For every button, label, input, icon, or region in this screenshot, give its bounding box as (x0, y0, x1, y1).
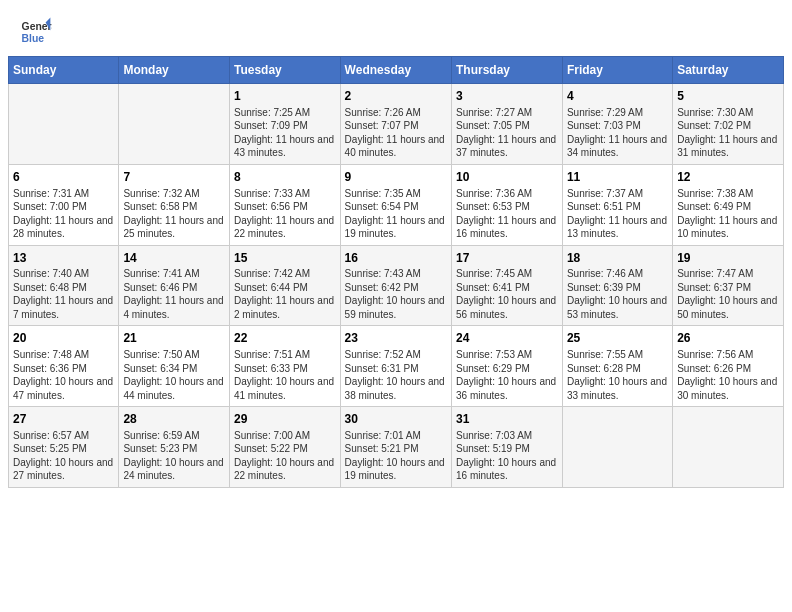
day-number: 1 (234, 88, 336, 105)
day-number: 21 (123, 330, 225, 347)
calendar-cell: 6Sunrise: 7:31 AM Sunset: 7:00 PM Daylig… (9, 164, 119, 245)
day-info: Sunrise: 7:48 AM Sunset: 6:36 PM Dayligh… (13, 348, 114, 402)
day-number: 9 (345, 169, 447, 186)
calendar-cell: 10Sunrise: 7:36 AM Sunset: 6:53 PM Dayli… (452, 164, 563, 245)
day-info: Sunrise: 7:33 AM Sunset: 6:56 PM Dayligh… (234, 187, 336, 241)
calendar-cell (673, 407, 784, 488)
day-number: 12 (677, 169, 779, 186)
day-number: 30 (345, 411, 447, 428)
day-info: Sunrise: 7:52 AM Sunset: 6:31 PM Dayligh… (345, 348, 447, 402)
day-number: 4 (567, 88, 668, 105)
day-number: 15 (234, 250, 336, 267)
day-number: 14 (123, 250, 225, 267)
calendar-cell: 18Sunrise: 7:46 AM Sunset: 6:39 PM Dayli… (562, 245, 672, 326)
day-number: 24 (456, 330, 558, 347)
calendar-cell: 28Sunrise: 6:59 AM Sunset: 5:23 PM Dayli… (119, 407, 230, 488)
day-number: 17 (456, 250, 558, 267)
day-number: 16 (345, 250, 447, 267)
day-info: Sunrise: 6:59 AM Sunset: 5:23 PM Dayligh… (123, 429, 225, 483)
calendar-cell: 15Sunrise: 7:42 AM Sunset: 6:44 PM Dayli… (229, 245, 340, 326)
day-number: 8 (234, 169, 336, 186)
calendar-cell: 27Sunrise: 6:57 AM Sunset: 5:25 PM Dayli… (9, 407, 119, 488)
day-info: Sunrise: 7:25 AM Sunset: 7:09 PM Dayligh… (234, 106, 336, 160)
day-info: Sunrise: 7:50 AM Sunset: 6:34 PM Dayligh… (123, 348, 225, 402)
day-number: 26 (677, 330, 779, 347)
calendar-cell: 16Sunrise: 7:43 AM Sunset: 6:42 PM Dayli… (340, 245, 451, 326)
day-number: 10 (456, 169, 558, 186)
day-info: Sunrise: 7:47 AM Sunset: 6:37 PM Dayligh… (677, 267, 779, 321)
calendar-cell: 12Sunrise: 7:38 AM Sunset: 6:49 PM Dayli… (673, 164, 784, 245)
calendar-header-saturday: Saturday (673, 57, 784, 84)
calendar-cell (119, 84, 230, 165)
calendar-cell: 17Sunrise: 7:45 AM Sunset: 6:41 PM Dayli… (452, 245, 563, 326)
day-number: 11 (567, 169, 668, 186)
calendar-week-row: 13Sunrise: 7:40 AM Sunset: 6:48 PM Dayli… (9, 245, 784, 326)
day-info: Sunrise: 7:00 AM Sunset: 5:22 PM Dayligh… (234, 429, 336, 483)
day-info: Sunrise: 7:38 AM Sunset: 6:49 PM Dayligh… (677, 187, 779, 241)
calendar-cell: 4Sunrise: 7:29 AM Sunset: 7:03 PM Daylig… (562, 84, 672, 165)
day-info: Sunrise: 7:41 AM Sunset: 6:46 PM Dayligh… (123, 267, 225, 321)
calendar-cell: 23Sunrise: 7:52 AM Sunset: 6:31 PM Dayli… (340, 326, 451, 407)
day-number: 28 (123, 411, 225, 428)
calendar-cell: 13Sunrise: 7:40 AM Sunset: 6:48 PM Dayli… (9, 245, 119, 326)
day-number: 7 (123, 169, 225, 186)
calendar-header-friday: Friday (562, 57, 672, 84)
calendar-wrapper: SundayMondayTuesdayWednesdayThursdayFrid… (0, 56, 792, 496)
day-number: 23 (345, 330, 447, 347)
day-info: Sunrise: 7:45 AM Sunset: 6:41 PM Dayligh… (456, 267, 558, 321)
calendar-cell: 1Sunrise: 7:25 AM Sunset: 7:09 PM Daylig… (229, 84, 340, 165)
calendar-cell: 9Sunrise: 7:35 AM Sunset: 6:54 PM Daylig… (340, 164, 451, 245)
day-info: Sunrise: 7:37 AM Sunset: 6:51 PM Dayligh… (567, 187, 668, 241)
calendar-cell: 14Sunrise: 7:41 AM Sunset: 6:46 PM Dayli… (119, 245, 230, 326)
day-info: Sunrise: 6:57 AM Sunset: 5:25 PM Dayligh… (13, 429, 114, 483)
day-number: 13 (13, 250, 114, 267)
calendar-cell: 2Sunrise: 7:26 AM Sunset: 7:07 PM Daylig… (340, 84, 451, 165)
day-info: Sunrise: 7:35 AM Sunset: 6:54 PM Dayligh… (345, 187, 447, 241)
day-info: Sunrise: 7:46 AM Sunset: 6:39 PM Dayligh… (567, 267, 668, 321)
calendar-cell: 20Sunrise: 7:48 AM Sunset: 6:36 PM Dayli… (9, 326, 119, 407)
calendar-cell: 7Sunrise: 7:32 AM Sunset: 6:58 PM Daylig… (119, 164, 230, 245)
calendar-cell (9, 84, 119, 165)
day-number: 20 (13, 330, 114, 347)
day-number: 25 (567, 330, 668, 347)
calendar-table: SundayMondayTuesdayWednesdayThursdayFrid… (8, 56, 784, 488)
day-info: Sunrise: 7:26 AM Sunset: 7:07 PM Dayligh… (345, 106, 447, 160)
calendar-cell: 26Sunrise: 7:56 AM Sunset: 6:26 PM Dayli… (673, 326, 784, 407)
day-info: Sunrise: 7:42 AM Sunset: 6:44 PM Dayligh… (234, 267, 336, 321)
calendar-cell: 8Sunrise: 7:33 AM Sunset: 6:56 PM Daylig… (229, 164, 340, 245)
calendar-cell: 11Sunrise: 7:37 AM Sunset: 6:51 PM Dayli… (562, 164, 672, 245)
calendar-week-row: 1Sunrise: 7:25 AM Sunset: 7:09 PM Daylig… (9, 84, 784, 165)
day-info: Sunrise: 7:27 AM Sunset: 7:05 PM Dayligh… (456, 106, 558, 160)
calendar-cell: 30Sunrise: 7:01 AM Sunset: 5:21 PM Dayli… (340, 407, 451, 488)
day-info: Sunrise: 7:51 AM Sunset: 6:33 PM Dayligh… (234, 348, 336, 402)
day-number: 31 (456, 411, 558, 428)
calendar-cell: 21Sunrise: 7:50 AM Sunset: 6:34 PM Dayli… (119, 326, 230, 407)
day-number: 2 (345, 88, 447, 105)
calendar-cell (562, 407, 672, 488)
page-header: General Blue (0, 0, 792, 56)
day-number: 6 (13, 169, 114, 186)
day-number: 5 (677, 88, 779, 105)
calendar-week-row: 6Sunrise: 7:31 AM Sunset: 7:00 PM Daylig… (9, 164, 784, 245)
day-info: Sunrise: 7:31 AM Sunset: 7:00 PM Dayligh… (13, 187, 114, 241)
calendar-header-monday: Monday (119, 57, 230, 84)
calendar-header-row: SundayMondayTuesdayWednesdayThursdayFrid… (9, 57, 784, 84)
day-info: Sunrise: 7:30 AM Sunset: 7:02 PM Dayligh… (677, 106, 779, 160)
day-number: 19 (677, 250, 779, 267)
logo-icon: General Blue (20, 16, 52, 48)
day-info: Sunrise: 7:40 AM Sunset: 6:48 PM Dayligh… (13, 267, 114, 321)
calendar-cell: 24Sunrise: 7:53 AM Sunset: 6:29 PM Dayli… (452, 326, 563, 407)
day-info: Sunrise: 7:53 AM Sunset: 6:29 PM Dayligh… (456, 348, 558, 402)
day-info: Sunrise: 7:01 AM Sunset: 5:21 PM Dayligh… (345, 429, 447, 483)
calendar-cell: 5Sunrise: 7:30 AM Sunset: 7:02 PM Daylig… (673, 84, 784, 165)
calendar-cell: 19Sunrise: 7:47 AM Sunset: 6:37 PM Dayli… (673, 245, 784, 326)
calendar-week-row: 27Sunrise: 6:57 AM Sunset: 5:25 PM Dayli… (9, 407, 784, 488)
day-info: Sunrise: 7:36 AM Sunset: 6:53 PM Dayligh… (456, 187, 558, 241)
day-number: 22 (234, 330, 336, 347)
calendar-cell: 31Sunrise: 7:03 AM Sunset: 5:19 PM Dayli… (452, 407, 563, 488)
calendar-header-thursday: Thursday (452, 57, 563, 84)
day-info: Sunrise: 7:43 AM Sunset: 6:42 PM Dayligh… (345, 267, 447, 321)
calendar-header-wednesday: Wednesday (340, 57, 451, 84)
day-info: Sunrise: 7:56 AM Sunset: 6:26 PM Dayligh… (677, 348, 779, 402)
day-number: 18 (567, 250, 668, 267)
